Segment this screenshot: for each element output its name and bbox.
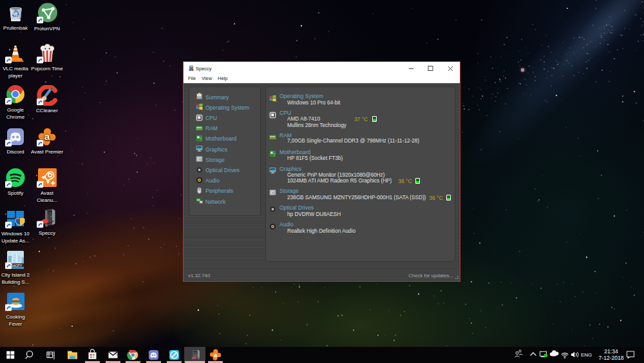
svg-text:ENG: ENG	[581, 352, 592, 358]
svg-text:a: a	[214, 351, 218, 358]
svg-text:a: a	[44, 132, 50, 142]
